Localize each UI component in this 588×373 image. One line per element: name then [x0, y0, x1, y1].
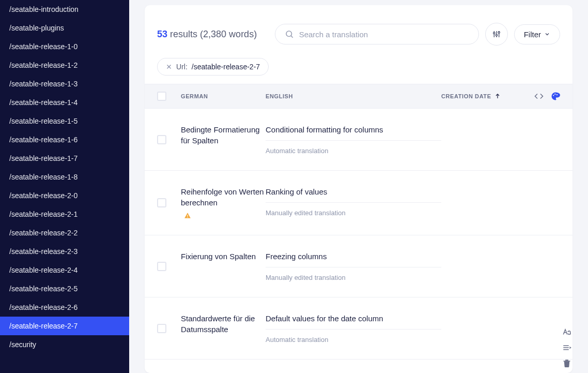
german-text: Bedingte Formatierung für Spalten: [181, 124, 266, 146]
svg-rect-20: [563, 361, 570, 362]
table-row[interactable]: Bedingte Formatierung für SpaltenConditi…: [145, 109, 572, 171]
sliders-icon: [492, 30, 501, 38]
sidebar-item[interactable]: /seatable-release-2-3: [0, 242, 129, 261]
list-icon[interactable]: [562, 343, 571, 352]
results-summary: 53 results (2,380 words): [157, 29, 269, 40]
main-area: 53 results (2,380 words) Filter: [129, 0, 588, 373]
results-panel: 53 results (2,380 words) Filter: [145, 5, 572, 373]
english-text: Default values for the date column: [266, 313, 441, 324]
sidebar-item[interactable]: /seatable-release-1-4: [0, 93, 129, 112]
english-text: Ranking of values: [266, 186, 441, 197]
sidebar-item[interactable]: /seatable-release-2-1: [0, 205, 129, 223]
settings-button[interactable]: [485, 23, 508, 46]
sidebar-item[interactable]: /seatable-release-2-2: [0, 223, 129, 242]
sidebar-item[interactable]: /seatable-release-1-6: [0, 130, 129, 149]
select-all-checkbox[interactable]: [157, 92, 166, 101]
search-field[interactable]: [275, 24, 479, 44]
german-text: Fixierung von Spalten: [181, 251, 266, 262]
sidebar-item[interactable]: /seatable-release-2-7: [0, 317, 129, 335]
table-header: GERMAN ENGLISH CREATION DATE: [145, 84, 572, 109]
trash-icon[interactable]: [562, 359, 571, 368]
warning-icon: [184, 212, 266, 219]
svg-point-0: [286, 31, 292, 37]
sidebar-item[interactable]: /seatable-plugins: [0, 19, 129, 37]
table-row[interactable]: Standardwerte für die DatumsspalteDefaul…: [145, 297, 572, 360]
search-input[interactable]: [299, 30, 469, 39]
translation-status: Manually edited translation: [266, 274, 441, 281]
svg-point-7: [498, 32, 500, 33]
svg-point-5: [496, 34, 497, 36]
sidebar-item[interactable]: /seatable-release-1-0: [0, 37, 129, 56]
translation-rows: Bedingte Formatierung für SpaltenConditi…: [145, 109, 572, 373]
english-text: Freezing columns: [266, 251, 441, 262]
row-checkbox[interactable]: [157, 262, 166, 271]
sidebar-item[interactable]: /security: [0, 335, 129, 354]
filter-chip-url: Url: /seatable-release-2-7: [157, 58, 269, 76]
table-row[interactable]: Fixierung von SpaltenFreezing columnsMan…: [145, 235, 572, 297]
col-header-date-label: CREATION DATE: [441, 93, 491, 99]
english-text: Conditional formatting for columns: [266, 124, 441, 135]
sidebar: /seatable-introduction/seatable-plugins/…: [0, 0, 129, 373]
sidebar-item[interactable]: /seatable-release-1-2: [0, 56, 129, 74]
sidebar-item[interactable]: /seatable-introduction: [0, 0, 129, 19]
results-label: results: [170, 29, 197, 39]
chevron-down-icon: [544, 31, 550, 37]
translation-status: Manually edited translation: [266, 209, 441, 217]
results-words: (2,380 words): [200, 29, 257, 39]
palette-icon[interactable]: [551, 92, 560, 101]
svg-rect-15: [187, 217, 188, 218]
svg-point-13: [556, 94, 558, 95]
translation-status: Automatic translation: [266, 147, 441, 155]
close-icon[interactable]: [166, 64, 172, 70]
german-text: Reihenfolge von Werten berechnen: [181, 186, 266, 208]
filter-label: Filter: [524, 30, 541, 39]
filter-button[interactable]: Filter: [514, 24, 560, 44]
svg-point-12: [554, 94, 555, 95]
sidebar-item[interactable]: /seatable-release-1-7: [0, 149, 129, 168]
svg-line-1: [291, 36, 292, 37]
svg-rect-14: [187, 215, 188, 217]
chip-value: /seatable-release-2-7: [192, 63, 260, 71]
results-count: 53: [157, 29, 167, 39]
row-checkbox[interactable]: [157, 135, 166, 144]
sidebar-item[interactable]: /seatable-release-2-6: [0, 298, 129, 317]
sidebar-item[interactable]: /seatable-release-2-0: [0, 186, 129, 205]
floating-toolbar: [562, 327, 571, 368]
german-text: Standardwerte für die Datumsspalte: [181, 313, 266, 335]
sidebar-item[interactable]: /seatable-release-1-3: [0, 74, 129, 93]
sidebar-item[interactable]: /seatable-release-2-5: [0, 279, 129, 298]
search-icon: [285, 29, 294, 39]
arrow-up-icon: [494, 93, 501, 99]
row-checkbox[interactable]: [157, 324, 166, 333]
svg-point-3: [493, 32, 494, 34]
col-header-german[interactable]: GERMAN: [181, 93, 266, 99]
col-header-english[interactable]: ENGLISH: [266, 93, 441, 99]
sidebar-item[interactable]: /seatable-release-1-5: [0, 112, 129, 130]
sidebar-item[interactable]: /seatable-release-1-8: [0, 168, 129, 186]
chip-label: Url:: [176, 63, 188, 71]
sidebar-item[interactable]: /seatable-release-2-4: [0, 261, 129, 279]
font-case-icon[interactable]: [562, 327, 571, 337]
table-row[interactable]: Reihenfolge von Werten berechnenRanking …: [145, 171, 572, 235]
translation-status: Automatic translation: [266, 336, 441, 344]
row-checkbox[interactable]: [157, 198, 166, 207]
svg-point-11: [553, 95, 554, 96]
col-header-date[interactable]: CREATION DATE: [441, 93, 524, 99]
code-icon[interactable]: [534, 92, 544, 101]
